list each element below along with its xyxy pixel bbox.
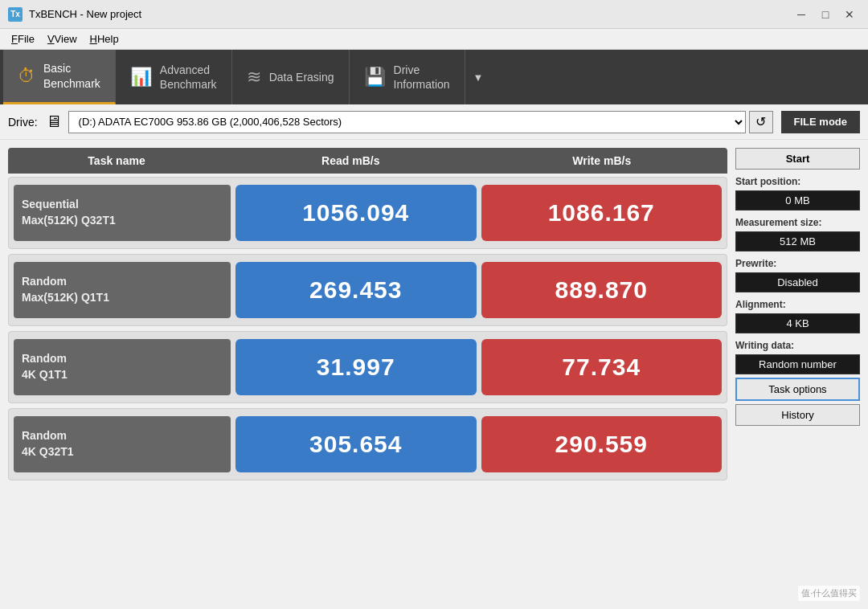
task-name-random-4k-q1: Random4K Q1T1 <box>14 339 231 395</box>
menu-view[interactable]: VView <box>41 31 84 47</box>
basic-benchmark-label: BasicBenchmark <box>43 61 100 90</box>
window-controls: ─ □ ✕ <box>791 6 860 22</box>
drive-information-icon: 💾 <box>364 67 386 88</box>
tab-basic-benchmark[interactable]: ⏱ BasicBenchmark <box>3 50 116 104</box>
read-value-random-4k-q32: 305.654 <box>235 416 477 472</box>
advanced-benchmark-icon: 📊 <box>130 67 152 88</box>
write-value-random-4k-q1: 77.734 <box>481 339 723 395</box>
task-options-button[interactable]: Task options <box>735 378 860 401</box>
table-header: Task name Read mB/s Write mB/s <box>8 148 727 174</box>
menu-bar: FFile VView HHelp <box>0 29 868 50</box>
task-name-random-512k: RandomMax(512K) Q1T1 <box>14 262 231 318</box>
title-bar: Tx TxBENCH - New project ─ □ ✕ <box>0 0 868 29</box>
task-name-sequential: SequentialMax(512K) Q32T1 <box>14 185 231 241</box>
data-erasing-label: Data Erasing <box>269 70 334 84</box>
read-value-random-4k-q1: 31.997 <box>235 339 477 395</box>
tab-data-erasing[interactable]: ≋ Data Erasing <box>232 50 350 104</box>
title-bar-left: Tx TxBENCH - New project <box>8 7 141 22</box>
tab-drive-information[interactable]: 💾 DriveInformation <box>350 50 465 104</box>
drive-select-wrapper: 🖥 (D:) ADATA EC700G 953.86 GB (2,000,406… <box>46 111 773 133</box>
table-row: Random4K Q32T1 305.654 290.559 <box>8 408 727 480</box>
watermark: 值·什么值得买 <box>798 586 860 601</box>
alignment-value: 4 KB <box>735 313 860 333</box>
right-panel: Start Start position: 0 MB Measurement s… <box>735 148 860 607</box>
header-task-name: Task name <box>8 154 225 167</box>
benchmark-area: Task name Read mB/s Write mB/s Sequentia… <box>8 148 727 607</box>
write-value-sequential: 1086.167 <box>481 185 723 241</box>
measurement-size-value: 512 MB <box>735 231 860 251</box>
window-title: TxBENCH - New project <box>29 8 141 20</box>
task-name-random-4k-q32: Random4K Q32T1 <box>14 416 231 472</box>
prewrite-label: Prewrite: <box>735 258 860 269</box>
table-row: SequentialMax(512K) Q32T1 1056.094 1086.… <box>8 177 727 249</box>
read-value-sequential: 1056.094 <box>235 185 477 241</box>
maximize-button[interactable]: □ <box>815 6 836 22</box>
start-position-label: Start position: <box>735 176 860 187</box>
app-icon: Tx <box>8 7 23 22</box>
table-row: RandomMax(512K) Q1T1 269.453 889.870 <box>8 254 727 326</box>
header-write: Write mB/s <box>477 154 728 167</box>
data-erasing-icon: ≋ <box>247 67 261 88</box>
drive-select[interactable]: (D:) ADATA EC700G 953.86 GB (2,000,406,5… <box>68 111 746 133</box>
advanced-benchmark-label: AdvancedBenchmark <box>160 63 217 92</box>
alignment-label: Alignment: <box>735 299 860 310</box>
drive-refresh-button[interactable]: ↺ <box>749 111 773 133</box>
dropdown-chevron-icon: ▼ <box>473 72 484 84</box>
writing-data-value: Random number <box>735 354 860 374</box>
menu-file[interactable]: FFile <box>5 31 41 47</box>
bench-rows: SequentialMax(512K) Q32T1 1056.094 1086.… <box>8 177 727 480</box>
close-button[interactable]: ✕ <box>839 6 860 22</box>
table-row: Random4K Q1T1 31.997 77.734 <box>8 331 727 403</box>
read-value-random-512k: 269.453 <box>235 262 477 318</box>
menu-help[interactable]: HHelp <box>84 31 125 47</box>
write-value-random-512k: 889.870 <box>481 262 723 318</box>
file-mode-button[interactable]: FILE mode <box>781 111 860 133</box>
tab-advanced-benchmark[interactable]: 📊 AdvancedBenchmark <box>116 50 232 104</box>
drive-bar: Drive: 🖥 (D:) ADATA EC700G 953.86 GB (2,… <box>0 104 868 140</box>
header-read: Read mB/s <box>225 154 477 167</box>
minimize-button[interactable]: ─ <box>791 6 812 22</box>
basic-benchmark-icon: ⏱ <box>18 66 35 87</box>
start-position-value: 0 MB <box>735 190 860 210</box>
toolbar-more-dropdown[interactable]: ▼ <box>465 50 492 104</box>
writing-data-label: Writing data: <box>735 340 860 351</box>
toolbar: ⏱ BasicBenchmark 📊 AdvancedBenchmark ≋ D… <box>0 50 868 104</box>
drive-icon: 🖥 <box>46 112 62 131</box>
measurement-size-label: Measurement size: <box>735 217 860 228</box>
history-button[interactable]: History <box>735 404 860 426</box>
main-content: Task name Read mB/s Write mB/s Sequentia… <box>0 140 868 609</box>
prewrite-value: Disabled <box>735 272 860 292</box>
start-button[interactable]: Start <box>735 148 860 170</box>
drive-label: Drive: <box>8 116 38 129</box>
drive-information-label: DriveInformation <box>394 63 450 92</box>
write-value-random-4k-q32: 290.559 <box>481 416 723 472</box>
